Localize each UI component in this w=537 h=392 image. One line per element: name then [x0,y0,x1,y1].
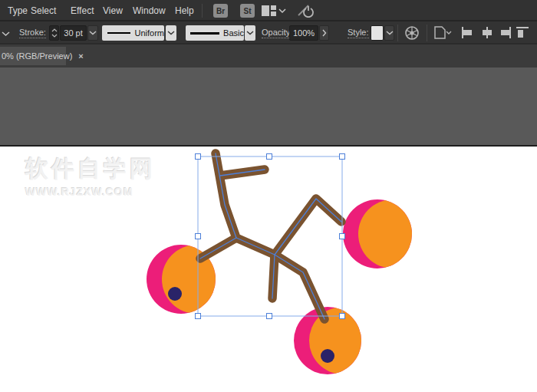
branch-right-arm[interactable] [275,199,341,255]
handle-bottom-right[interactable] [340,314,345,319]
cherry-left-seed-dot[interactable] [168,287,182,301]
handle-top-right[interactable] [340,154,345,160]
cherry-left-orange-shape[interactable] [162,245,231,314]
handle-bottom-center[interactable] [267,314,272,319]
cherry-right-orange-shape[interactable] [358,199,427,268]
handle-bottom-left[interactable] [196,314,201,319]
cherry-bottom[interactable] [294,307,377,374]
cherry-bottom-seed-dot[interactable] [321,349,334,363]
handle-mid-right[interactable] [340,234,345,239]
branch-strokes[interactable] [200,153,341,319]
handle-top-left[interactable] [196,154,201,160]
handle-top-center[interactable] [267,154,272,160]
cherry-right[interactable] [343,199,427,268]
handle-mid-left[interactable] [196,234,201,239]
cherry-branch-artwork [0,0,537,392]
selection-line [200,238,236,259]
cherry-left[interactable] [147,245,231,314]
